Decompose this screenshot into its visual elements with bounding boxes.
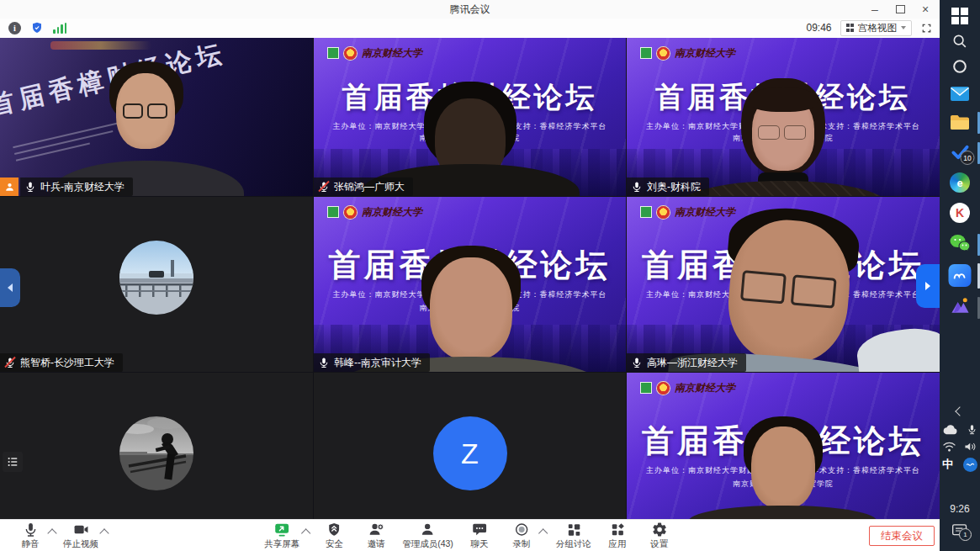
invite-button[interactable]: 邀请 [356, 520, 396, 551]
search-icon [951, 33, 968, 50]
backdrop-logos: 南京财经大学 [640, 46, 735, 60]
manage-members-button[interactable]: 管理成员(43) [398, 520, 458, 551]
network-signal-icon[interactable] [53, 23, 66, 34]
participant-label: 叶兵-南京财经大学 [0, 177, 133, 196]
host-badge-icon [0, 177, 19, 196]
participant-person [403, 82, 538, 196]
meeting-toolbar-right: 09:46 宫格视图 [806, 19, 933, 37]
taskbar-k-app[interactable]: K [950, 203, 970, 223]
screen: 腾讯会议 – × i 09:46 [0, 0, 980, 551]
view-mode-dropdown[interactable]: 宫格视图 [840, 20, 913, 36]
taskbar-clock[interactable]: 9:26 [950, 503, 969, 515]
participant-name: 张锦鸿—广师大 [334, 180, 405, 194]
chat-bubble-icon [471, 522, 487, 538]
maximize-button[interactable] [887, 0, 913, 19]
video-tile-liuao[interactable]: 南京财经大学 首届香樟财经论坛 主办单位：南京财经大学财政与税务学院 学术支持：… [627, 38, 940, 196]
apps-button[interactable]: 应用 [597, 520, 638, 551]
participant-label: 张锦鸿—广师大 [314, 177, 413, 196]
university-emblem-icon [657, 206, 670, 219]
tray-expand-button[interactable] [956, 408, 963, 415]
university-emblem-icon [657, 382, 670, 395]
taskbar-search-button[interactable] [951, 33, 968, 50]
meeting-clock: 09:46 [806, 22, 831, 34]
video-tile-avatar-bw[interactable] [0, 373, 313, 519]
mic-muted-icon [318, 181, 330, 193]
control-bar-center: 共享屏幕 安全 [260, 520, 680, 551]
window-title: 腾讯会议 [0, 0, 940, 19]
video-tile-zhangjinhong[interactable]: 南京财经大学 首届香樟财经论坛 主办单位：南京财经大学财政与税务学院 学术支持：… [314, 38, 626, 196]
cortana-circle-icon [951, 58, 968, 75]
participant-label: 熊智桥-长沙理工大学 [0, 353, 123, 372]
layout-list-button[interactable] [3, 452, 23, 472]
network-icon[interactable] [942, 441, 956, 453]
taskbar-todo-app[interactable]: 10 [951, 142, 970, 162]
speaker-icon[interactable] [964, 441, 977, 453]
video-tile-gaolin[interactable]: 南京财经大学 首届香樟财经论坛 主办单位：南京财经大学财政与税务学院 学术支持：… [627, 197, 940, 372]
meeting-security-shield-icon[interactable] [30, 21, 44, 34]
cortana-button[interactable] [951, 58, 968, 75]
windows-start-button[interactable] [951, 8, 968, 24]
chat-button[interactable]: 聊天 [459, 520, 500, 551]
glasses [758, 125, 806, 140]
fullscreen-icon[interactable] [920, 22, 933, 34]
participant-person [720, 416, 846, 519]
video-tile-avatar-z[interactable]: Z [314, 373, 626, 519]
grid-next-page-button[interactable] [916, 264, 940, 308]
participant-name: 韩峰--南京审计大学 [334, 356, 421, 370]
control-bar-left: 静音 停止视频 [10, 520, 111, 551]
taskbar-edge-browser[interactable]: e [950, 172, 970, 193]
backdrop-logos: 南京财经大学 [327, 205, 422, 219]
taskbar-wechat-app[interactable] [949, 233, 971, 253]
end-meeting-button[interactable]: 结束会议 [869, 526, 935, 546]
mic-on-icon [631, 357, 643, 368]
tencent-meeting-icon [952, 268, 968, 283]
minimize-button[interactable]: – [862, 0, 887, 19]
taskbar-file-explorer-app[interactable] [950, 114, 971, 131]
mail-icon [950, 85, 970, 103]
video-tile-yebing[interactable]: 首届香樟财经论坛 [0, 38, 313, 196]
taskbar-mail-app[interactable] [950, 85, 970, 103]
green-logo-icon [327, 206, 339, 218]
video-tile-bottom-right[interactable]: 南京财经大学 首届香樟财经论坛 主办单位：南京财经大学财政与税务学院 学术支持：… [627, 373, 940, 519]
breakout-rooms-button[interactable]: 分组讨论 [552, 520, 596, 551]
avatar-photo-pier [119, 240, 194, 315]
title-bar: 腾讯会议 – × [0, 0, 940, 19]
meeting-status-icons: i [8, 19, 66, 37]
folder-icon [950, 114, 971, 131]
meeting-info-icon[interactable]: i [8, 22, 21, 34]
meeting-control-bar: 静音 停止视频 [0, 519, 940, 551]
backdrop-logos: 南京财经大学 [327, 46, 422, 60]
settings-button[interactable]: 设置 [639, 520, 680, 551]
record-button[interactable]: 录制 [501, 520, 542, 551]
mute-button[interactable]: 静音 [10, 520, 50, 551]
backdrop-logos: 南京财经大学 [640, 381, 735, 395]
video-tile-xiongzhiqiao[interactable]: 熊智桥-长沙理工大学 [0, 197, 313, 372]
participant-person [84, 61, 210, 196]
participant-name: 高琳—浙江财经大学 [647, 356, 738, 370]
taskbar-tencent-meeting-app[interactable] [949, 264, 972, 287]
grid-view-icon [846, 24, 855, 32]
university-emblem-icon [344, 47, 357, 60]
grid-prev-page-button[interactable] [0, 268, 20, 307]
tray-mic-icon[interactable] [967, 423, 977, 436]
person-icon [420, 522, 436, 538]
video-tile-hanfeng[interactable]: 南京财经大学 首届香樟财经论坛 主办单位：南京财经大学财政与税务学院 学术支持：… [314, 197, 626, 372]
banner-color-streak [50, 41, 151, 50]
chevron-left-icon [955, 406, 964, 416]
ifly-input-icon[interactable] [963, 458, 977, 472]
close-button[interactable]: × [913, 0, 938, 19]
taskbar-mountain-app[interactable] [950, 296, 971, 315]
gear-icon [651, 522, 667, 538]
notification-badge-count: 1 [959, 528, 972, 541]
security-button[interactable]: 安全 [314, 520, 354, 551]
university-emblem-icon [344, 206, 357, 219]
apps-grid-icon [609, 522, 625, 538]
person-add-icon [368, 522, 384, 538]
stop-video-button[interactable]: 停止视频 [59, 520, 103, 551]
university-name: 南京财经大学 [362, 46, 422, 61]
participant-label: 高琳—浙江财经大学 [627, 353, 746, 372]
cloud-icon[interactable] [942, 424, 957, 435]
input-method-indicator[interactable]: 中 [942, 457, 953, 472]
notification-center-button[interactable]: 1 [951, 523, 968, 538]
share-screen-button[interactable]: 共享屏幕 [260, 520, 304, 551]
